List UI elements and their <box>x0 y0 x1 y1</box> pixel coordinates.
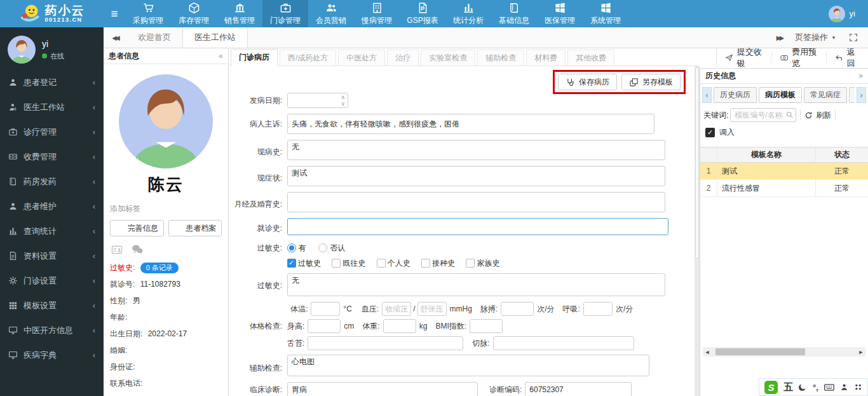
temperature-input[interactable] <box>311 302 340 316</box>
sidebar-item[interactable]: 疾病字典 ‹ <box>0 343 104 367</box>
template-table-row[interactable]: 2 流行性感冒 正常 <box>700 180 868 197</box>
allergy-text-input[interactable]: 无 <box>287 273 665 296</box>
page-tab[interactable]: 欢迎首页 × <box>126 27 182 48</box>
top-nav-item[interactable]: 销售管理 <box>217 0 262 27</box>
fullscreen-button[interactable] <box>849 33 858 42</box>
top-nav-item[interactable]: 统计分析 <box>445 0 491 27</box>
allergy-radio-option[interactable]: 否认 <box>318 243 345 252</box>
page-tab[interactable]: 医生工作站 × <box>182 27 248 48</box>
visit-history-input[interactable] <box>287 218 668 235</box>
current-symptoms-input[interactable]: 测试 <box>287 166 665 186</box>
history-type-checkbox[interactable]: 接种史 <box>421 259 457 268</box>
respiration-input[interactable] <box>583 302 613 316</box>
history-horizontal-scrollbar[interactable]: ◄ ► <box>703 347 865 357</box>
patient-action-button[interactable]: 患者档案 <box>168 220 222 236</box>
app-logo[interactable]: 药小云 001213.CN <box>0 0 104 27</box>
search-icon[interactable] <box>785 111 794 119</box>
record-form-tab[interactable]: 治疗 <box>387 50 419 66</box>
sidebar-item[interactable]: 收费管理 ‹ <box>0 144 104 169</box>
id-card-icon[interactable] <box>110 244 124 256</box>
diastolic-input[interactable] <box>417 302 447 316</box>
record-form-tab[interactable]: 门诊病历 <box>231 49 278 66</box>
history-tabs-scroll-right[interactable]: › <box>857 87 866 103</box>
sidebar-item[interactable]: 资料设置 ‹ <box>0 243 104 268</box>
tabs-scroll-left-button[interactable]: ◀◀ <box>104 27 126 48</box>
pulse-input[interactable] <box>501 302 534 316</box>
collapse-panel-button[interactable]: « <box>219 48 223 64</box>
toolbar-button[interactable]: 费用预览 <box>771 52 827 64</box>
sogou-logo[interactable]: S <box>764 381 778 394</box>
sidebar-item[interactable]: 患者登记 ‹ <box>0 70 104 95</box>
history-tab[interactable]: 历史病历 <box>714 87 757 103</box>
present-illness-input[interactable]: 无 <box>287 140 665 160</box>
top-nav-item[interactable]: 门诊管理 <box>262 0 308 27</box>
diagnosis-code-input[interactable] <box>525 382 632 396</box>
load-checkbox[interactable]: ✓ <box>705 128 715 137</box>
history-type-checkbox[interactable]: 过敏史 <box>287 259 323 268</box>
top-nav-item[interactable]: 会员营销 <box>308 0 354 27</box>
chief-complaint-input[interactable] <box>287 114 654 134</box>
top-nav-item[interactable]: 医保管理 <box>537 0 583 27</box>
history-tab[interactable]: 随访 <box>849 87 855 103</box>
toolbar-button[interactable]: 提交收银 <box>717 52 771 64</box>
scrollbar-thumb[interactable] <box>695 67 699 259</box>
height-input[interactable] <box>308 319 341 333</box>
sidebar-item[interactable]: 诊疗管理 ‹ <box>0 119 104 144</box>
sidebar-item[interactable]: 医生工作站 ‹ <box>0 95 104 119</box>
history-tabs-scroll-left[interactable]: ‹ <box>702 87 712 103</box>
weight-input[interactable] <box>383 319 416 333</box>
ime-punctuation-button[interactable]: °, <box>813 383 818 392</box>
sidebar-toggle-button[interactable]: ≡ <box>104 0 125 27</box>
record-form-tab[interactable]: 其他收费 <box>567 50 614 66</box>
sidebar-item[interactable]: 中医开方信息 ‹ <box>0 318 104 343</box>
systolic-input[interactable] <box>382 302 411 316</box>
toolbar-button[interactable]: 返回 <box>826 52 868 64</box>
history-tab[interactable]: 常见病症 <box>804 87 847 103</box>
record-form-tab[interactable]: 实验室检查 <box>421 50 475 66</box>
top-nav-item[interactable]: 系统管理 <box>583 0 628 27</box>
user-menu[interactable]: yi <box>829 0 868 27</box>
top-nav-item[interactable]: 库存管理 <box>171 0 217 27</box>
top-nav-item[interactable]: 采购管理 <box>125 0 171 27</box>
sidebar-item[interactable]: 门诊设置 ‹ <box>0 268 104 293</box>
sidebar-item[interactable]: 患者维护 ‹ <box>0 194 104 219</box>
record-form-tab[interactable]: 辅助检查 <box>477 50 524 66</box>
onset-date-input[interactable] <box>287 93 348 108</box>
auxiliary-exam-input[interactable]: 心电图 <box>287 355 649 376</box>
save-record-button[interactable]: 保存病历 <box>558 74 617 90</box>
top-nav-item[interactable]: 基础信息 <box>491 0 537 27</box>
scroll-right-arrow[interactable]: ► <box>857 349 865 355</box>
record-form-tab[interactable]: 材料费 <box>526 50 566 66</box>
scroll-left-arrow[interactable]: ◄ <box>703 349 712 355</box>
history-type-checkbox[interactable]: 家族史 <box>466 259 499 268</box>
bmi-input[interactable] <box>470 319 503 333</box>
clinical-diagnosis-input[interactable] <box>287 382 478 396</box>
allergy-record-badge[interactable]: 0 条记录 <box>140 263 179 273</box>
sidebar-item[interactable]: 药房发药 ‹ <box>0 169 104 194</box>
sidebar-item[interactable]: 模板设置 ‹ <box>0 293 104 318</box>
patient-action-button[interactable]: 完善信息 <box>110 220 164 236</box>
refresh-button[interactable]: 刷新 <box>804 110 831 121</box>
tab-operations-dropdown[interactable]: 页签操作 ▼ <box>795 32 836 43</box>
allergy-radio-option[interactable]: 有 <box>287 243 308 252</box>
moon-icon[interactable] <box>799 383 807 392</box>
tabs-scroll-right-button[interactable]: ▶▶ <box>776 34 782 41</box>
sidebar-item[interactable]: 查询统计 ‹ <box>0 219 104 243</box>
menstrual-history-input[interactable] <box>287 192 665 212</box>
pulse-check-input[interactable] <box>493 336 634 350</box>
wechat-icon[interactable] <box>130 243 144 256</box>
history-tab[interactable]: 病历模板 <box>759 87 802 103</box>
top-nav-item[interactable]: 慢病管理 <box>354 0 400 27</box>
date-spinner[interactable]: ∧∨ <box>341 94 345 107</box>
ime-mode-button[interactable]: 五 <box>783 381 793 393</box>
record-form-tab[interactable]: 西/成药处方 <box>280 50 336 66</box>
ime-grid-icon[interactable] <box>854 383 862 392</box>
ime-user-icon[interactable] <box>840 383 848 392</box>
top-nav-item[interactable]: GSP报表 <box>400 0 445 27</box>
add-tag-link[interactable]: 添加标签 <box>104 203 228 214</box>
template-table-row[interactable]: 1 测试 正常 <box>700 163 868 180</box>
save-as-template-button[interactable]: 另存模板 <box>621 74 681 90</box>
tongue-input[interactable] <box>308 336 463 350</box>
history-type-checkbox[interactable]: 既往史 <box>332 259 367 268</box>
record-form-tab[interactable]: 中医处方 <box>338 50 385 66</box>
